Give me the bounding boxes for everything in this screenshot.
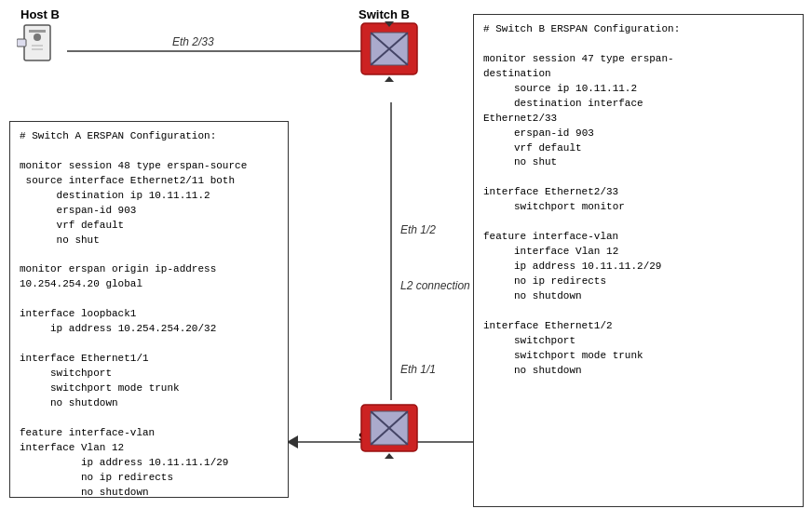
switch-a-icon (357, 400, 422, 468)
svg-rect-7 (29, 30, 46, 33)
eth-233-label: Eth 2/33 (172, 35, 214, 48)
switch-b-icon (357, 19, 422, 96)
svg-rect-9 (32, 45, 43, 47)
svg-rect-10 (32, 48, 43, 50)
svg-marker-22 (385, 453, 394, 459)
eth-11-label: Eth 1/1 (400, 363, 436, 376)
switch-a-config-title: # Switch A ERSPAN Configuration: monitor… (20, 129, 278, 500)
l2-connection-label: L2 connection (400, 279, 470, 292)
svg-rect-11 (17, 39, 26, 47)
switch-b-config-box: # Switch B ERSPAN Configuration: monitor… (473, 14, 804, 507)
svg-point-8 (34, 33, 41, 41)
eth-12-label: Eth 1/2 (400, 223, 436, 236)
switch-b-config-title: # Switch B ERSPAN Configuration: monitor… (483, 22, 793, 379)
diagram-container: Host B Switch B Switch (0, 0, 812, 522)
host-b-label: Host B (20, 7, 60, 21)
svg-marker-16 (385, 76, 394, 82)
host-b-icon (17, 20, 68, 74)
switch-a-config-box: # Switch A ERSPAN Configuration: monitor… (9, 121, 289, 498)
